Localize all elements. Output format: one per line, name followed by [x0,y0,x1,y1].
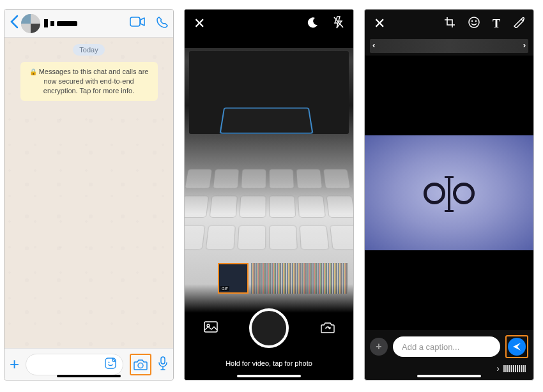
svg-rect-6 [204,322,217,332]
svg-rect-0 [130,17,140,26]
video-call-icon[interactable] [130,17,145,31]
lock-icon: 🔒 [29,68,37,75]
send-icon [512,342,521,351]
flash-off-icon[interactable] [333,16,344,31]
svg-point-10 [475,20,477,22]
draw-icon[interactable] [513,17,524,31]
caption-placeholder: Add a caption... [402,342,459,352]
close-icon[interactable]: ✕ [194,15,205,32]
chat-header [4,10,173,38]
attach-icon[interactable]: + [10,354,19,374]
close-icon[interactable]: ✕ [374,15,385,32]
chat-body[interactable]: Today 🔒 Messages to this chat and calls … [4,38,173,348]
night-mode-icon[interactable] [307,17,319,31]
chat-screen: Today 🔒 Messages to this chat and calls … [4,9,174,381]
caption-input[interactable]: Add a caption... [393,336,500,357]
encryption-notice[interactable]: 🔒 Messages to this chat and calls are no… [20,62,158,101]
editor-toolbar: ✕ T [365,10,533,38]
message-input[interactable] [26,354,123,375]
camera-button[interactable] [130,354,151,375]
home-indicator[interactable] [417,375,481,377]
voice-call-icon[interactable] [157,17,168,31]
gif-thumbnail[interactable] [218,263,249,294]
send-button[interactable] [505,335,528,358]
sticker-icon[interactable] [105,358,116,372]
svg-point-8 [469,17,479,27]
media-editor-screen: ✕ T + Add a caption... [364,9,534,381]
video-scrubber[interactable] [370,39,528,53]
gallery-icon[interactable] [204,321,218,335]
date-badge: Today [73,44,104,56]
crop-icon[interactable] [444,17,455,31]
emoji-icon[interactable] [468,17,480,31]
add-media-button[interactable]: + [370,338,388,356]
svg-rect-4 [161,357,165,364]
svg-point-9 [471,20,473,22]
text-icon[interactable]: T [493,17,500,31]
caption-bar: + Add a caption... [365,330,533,363]
home-indicator[interactable] [237,375,301,377]
encryption-text: Messages to this chat and calls are now … [39,68,149,94]
home-indicator[interactable] [57,375,121,377]
camera-roll-strip[interactable] [251,263,348,294]
switch-camera-icon[interactable] [320,321,334,335]
svg-point-2 [109,361,110,363]
contact-name[interactable] [44,19,130,27]
mic-icon[interactable] [158,356,168,373]
back-icon[interactable] [10,13,19,33]
recipient-row[interactable]: › [365,363,533,380]
camera-hint: Hold for video, tap for photo [185,359,353,367]
chevron-right-icon: › [496,363,500,373]
recipient-name-redacted [503,365,526,372]
svg-point-3 [138,363,143,368]
shutter-button[interactable] [249,308,289,348]
media-preview[interactable] [365,56,533,330]
contact-avatar[interactable] [21,14,40,33]
camera-screen: ✕ Hold for video, tap for photo [184,9,354,381]
